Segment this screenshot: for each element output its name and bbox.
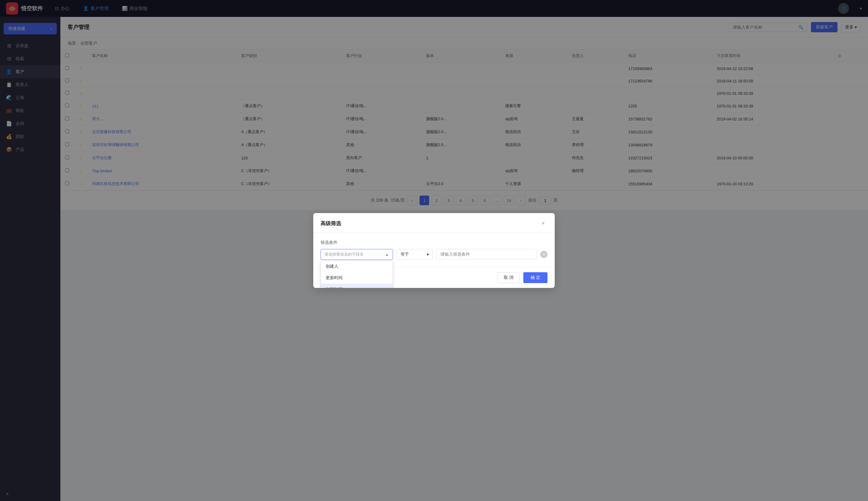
modal-close-button[interactable]: × (539, 219, 547, 227)
field-placeholder: 请选择要筛选的字段名 (324, 252, 364, 257)
chevron-down-icon: ▾ (427, 252, 429, 257)
filter-value-container (437, 249, 537, 259)
modal-body: 筛选条件 请选择要筛选的字段名 ▲ 创建人 更新时间 (313, 233, 555, 267)
dropdown-item-creator[interactable]: 创建人 (321, 261, 393, 272)
advanced-filter-modal: 高级筛选 × 筛选条件 请选择要筛选的字段名 ▲ 创建人 (313, 213, 555, 288)
field-dropdown-list: 创建人 更新时间 创建时间 负责人 客户名称 (321, 260, 393, 288)
filter-section-label: 筛选条件 (321, 240, 547, 245)
cancel-button[interactable]: 取 消 (497, 272, 520, 283)
confirm-button[interactable]: 确 定 (523, 272, 547, 283)
item-label: 创建时间 (326, 287, 343, 288)
item-label: 更新时间 (326, 275, 343, 280)
dropdown-item-create-time[interactable]: 创建时间 (321, 284, 393, 288)
dropdown-item-update-time[interactable]: 更新时间 (321, 272, 393, 284)
filter-value-input[interactable] (440, 252, 533, 257)
chevron-up-icon: ▲ (385, 252, 389, 257)
filter-row: 请选择要筛选的字段名 ▲ 创建人 更新时间 创建时间 (321, 249, 547, 260)
modal-title: 高级筛选 (321, 220, 341, 227)
modal-overlay[interactable]: 高级筛选 × 筛选条件 请选择要筛选的字段名 ▲ 创建人 (0, 0, 868, 501)
clear-icon: ✕ (542, 252, 545, 257)
field-select-dropdown[interactable]: 请选择要筛选的字段名 ▲ (321, 249, 393, 260)
item-label: 创建人 (326, 264, 338, 269)
clear-filter-button[interactable]: ✕ (540, 251, 547, 258)
operator-select[interactable]: 等于 ▾ (397, 249, 433, 260)
modal-header: 高级筛选 × (313, 213, 555, 233)
operator-value: 等于 (400, 252, 409, 257)
field-selector-container: 请选择要筛选的字段名 ▲ 创建人 更新时间 创建时间 (321, 249, 393, 260)
